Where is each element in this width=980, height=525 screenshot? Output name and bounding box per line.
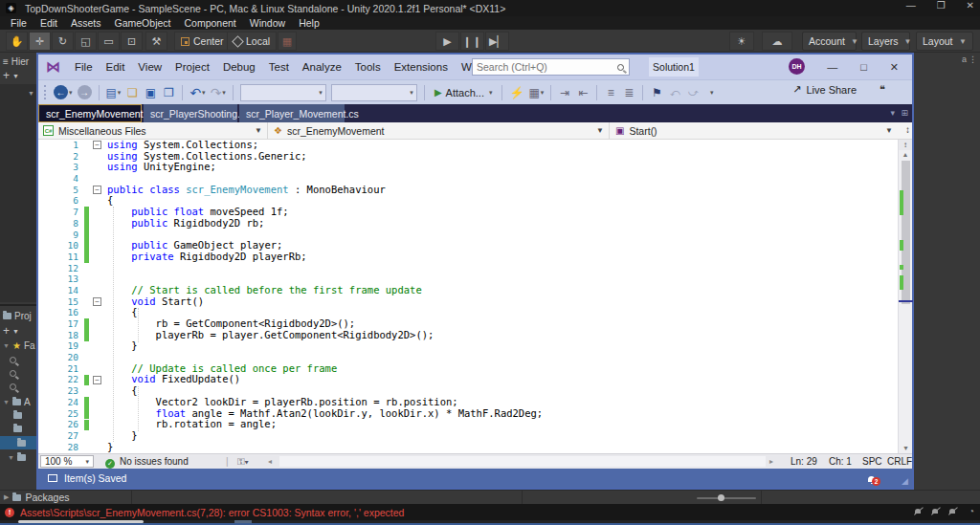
bookmark-next-button[interactable]: ⤻ [686,84,700,101]
search-query-item[interactable] [0,380,36,393]
member-dropdown[interactable]: ▣ Start() ▼ [611,122,898,139]
live-share-button[interactable]: ↗Live Share [792,83,857,96]
unity-statusbar[interactable]: ! Assets\Scripts\scr_EnemyMovement.cs(7,… [0,504,980,520]
cloud-button[interactable]: ☁ [762,32,792,51]
collapse-box-icon[interactable]: − [93,376,101,384]
new-file-button[interactable]: ▤▾ [106,84,122,101]
muted-messages-icon[interactable] [930,508,940,516]
comment-button[interactable]: ≡ [604,84,617,101]
vs-menu-test[interactable]: Test [262,61,296,73]
tab-scr_EnemyMovement.cs[interactable]: scr_EnemyMovement.cs+✕ [38,104,142,122]
toolbar-overflow-button[interactable]: ▾ [704,84,718,101]
document-list-chevron-icon[interactable]: ▾ [890,108,895,118]
hierarchy-add-button[interactable]: +▼ [0,69,36,82]
rotate-tool-button[interactable]: ↻ [52,32,74,51]
unity-menu-file[interactable]: File [4,17,33,29]
collapse-box-icon[interactable]: − [93,297,101,306]
muted-alerts-icon[interactable] [947,508,957,516]
favorites-item[interactable]: ▼★Fa [0,339,36,352]
layers-dropdown[interactable]: Layers▼ [861,32,910,51]
tab-options-icon[interactable]: ⊞ [901,108,908,118]
configuration-dropdown[interactable]: ▾ [240,84,326,101]
tab-scr_PlayerShooting.cs[interactable]: scr_PlayerShooting.cs [144,104,237,122]
unity-menu-window[interactable]: Window [243,17,292,29]
unity-close-button[interactable]: ✕ [967,0,974,11]
bookmark-prev-button[interactable]: ⤺ [668,84,681,101]
folder-item[interactable] [0,422,36,435]
search-input[interactable] [473,61,617,73]
vs-close-button[interactable]: ✕ [890,61,899,74]
muted-notifications-icon[interactable] [913,508,923,516]
save-all-button[interactable]: ❐ [162,84,175,101]
redo-button[interactable]: ↷▾ [211,84,226,101]
code-line[interactable]: void FixedUpdate() [107,374,898,385]
collapse-box-icon[interactable]: − [93,141,101,149]
vs-menu-view[interactable]: View [131,61,168,73]
scroll-up-arrow[interactable]: ▲ [899,150,912,160]
code-line[interactable]: public Rigidbody2D rb; [107,218,898,230]
code-text-area[interactable]: using System.Collections;using System.Co… [107,140,898,452]
hierarchy-tab[interactable]: ≡Hier [0,55,36,68]
split-window-handle[interactable]: ↕ [905,124,910,135]
kebab-menu-icon[interactable]: ⋮ [969,55,977,64]
navigate-back-icon[interactable]: ← [54,85,68,99]
pivot-center-button[interactable]: Center [174,32,231,51]
assets-folder-item[interactable]: ▼A [0,395,36,408]
code-line[interactable]: using UnityEngine; [107,162,898,173]
hscroll-right-arrow[interactable]: ▸ [769,457,773,466]
unity-menu-edit[interactable]: Edit [33,17,64,29]
collapse-box-icon[interactable]: − [93,186,101,194]
code-line[interactable] [107,263,898,274]
save-button[interactable]: ▣ [144,84,157,101]
scroll-down-arrow[interactable]: ▼ [899,444,913,453]
code-line[interactable]: void Start() [107,296,898,308]
code-line[interactable]: rb.rotation = angle; [107,419,898,430]
code-line[interactable]: } [107,340,898,352]
selected-folder-item[interactable] [0,436,36,449]
code-editor[interactable]: 1234567891011121314151617181920212223242… [38,140,898,453]
hscroll-left-arrow[interactable]: ◂ [268,457,272,466]
scale-tool-button[interactable]: ◱ [75,32,97,51]
vs-menu-file[interactable]: File [68,61,100,73]
hierarchy-content[interactable]: ▼ [0,84,36,302]
hand-tool-button[interactable]: ✋ [6,32,28,51]
transform-tool-button[interactable]: ⊡ [121,32,143,51]
code-line[interactable]: } [107,442,898,453]
horizontal-scrollbar[interactable] [279,456,766,467]
tab-scr_Player_Movement.cs[interactable]: scr_Player_Movement.cs [239,104,345,122]
vs-menu-project[interactable]: Project [168,61,216,73]
bookmark-button[interactable]: ⚑ [650,84,663,101]
line-indicator[interactable]: Ln: 29 [791,456,817,467]
toolbar-grip[interactable] [44,85,47,99]
step-button[interactable]: ▶▏ [485,32,509,51]
console-error-message[interactable]: Assets\Scripts\scr_EnemyMovement.cs(7,28… [20,507,404,518]
vs-search-box[interactable] [472,58,630,76]
code-line[interactable]: playerRb = player.GetComponent<Rigidbody… [107,330,898,341]
eol-indicator[interactable]: CRLF [887,456,912,467]
splitter-handle-icon[interactable]: ↕ [899,140,912,150]
indent-decrease-button[interactable]: ⇤ [576,84,590,101]
unity-menu-assets[interactable]: Assets [64,17,108,29]
whitespace-toggle[interactable]: ⚿▾ [237,456,249,468]
packages-item[interactable]: ▶ Packages [4,492,70,503]
vs-menu-extensions[interactable]: Extensions [388,61,455,73]
lock-icon[interactable]: a [962,55,967,64]
move-tool-button[interactable]: ✛ [29,32,51,51]
resize-grip[interactable]: ◢ [902,476,908,486]
vs-menu-analyze[interactable]: Analyze [296,61,348,73]
solution-label[interactable]: Solution1 [649,57,699,77]
vs-menu-debug[interactable]: Debug [216,61,262,73]
code-line[interactable]: public class scr_EnemyMovement : MonoBeh… [107,185,898,196]
rect-tool-button[interactable]: ▭ [98,32,120,51]
vs-minimize-button[interactable]: — [827,61,837,73]
unity-menu-component[interactable]: Component [177,17,242,29]
gizmos-toggle-button[interactable]: ☀ [729,32,754,51]
type-dropdown[interactable]: ❖ scr_EnemyMovement ▼ [269,122,610,139]
layout-dropdown[interactable]: Layout▼ [916,32,973,51]
custom-tool-button[interactable]: ⚒ [145,32,167,51]
unity-minimize-button[interactable]: — [906,0,916,11]
progress-icon[interactable]: ◔ [969,506,974,516]
search-query-item[interactable] [0,353,36,366]
indent-increase-button[interactable]: ⇥ [558,84,571,101]
code-line[interactable]: // Start is called before the first fram… [107,285,898,296]
